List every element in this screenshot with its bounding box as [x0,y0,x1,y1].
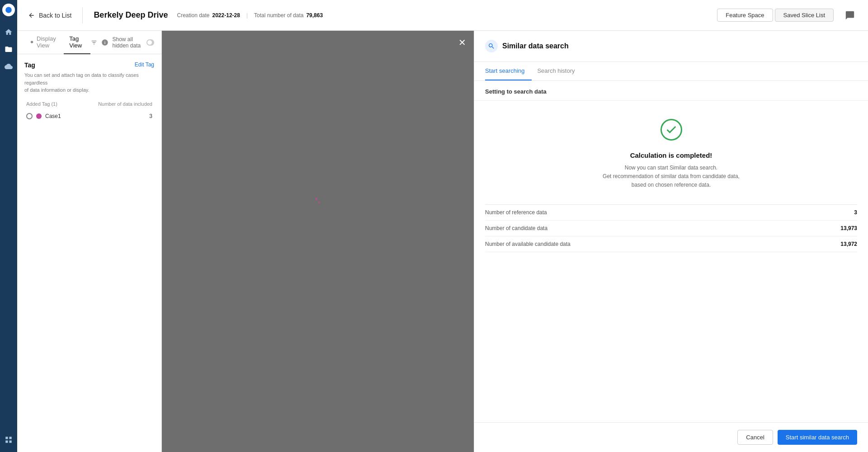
check-circle [660,119,682,141]
search-panel-header: Similar data search [474,31,868,62]
search-panel-title: Similar data search [502,42,569,50]
stats-row-candidate: Number of candidate data 13,973 [485,221,857,236]
panel-footer: Cancel Start similar data search [474,422,868,452]
header-divider [82,7,83,24]
tag-row: Case1 3 [24,110,154,122]
tag-color [36,113,42,119]
folder-icon[interactable] [4,44,14,54]
tab-bar: Display View Tag View Show all hidden da… [17,31,161,54]
calc-completed-title: Calculation is completed! [630,151,712,159]
toggle-knob [147,40,152,45]
stats-row-available: Number of available candidate data 13,97… [485,236,857,252]
total-value: 79,863 [306,12,323,19]
tag-content: Tag Edit Tag You can set and attach tag … [17,54,161,129]
tag-view-label: Tag View [69,35,85,49]
setting-tab-label: Setting to search data [474,81,868,101]
tag-header: Tag Edit Tag [24,61,154,69]
display-view-tab[interactable]: Display View [24,31,64,54]
tag-radio[interactable] [26,113,33,119]
header-meta: Creation date 2022-12-28 | Total number … [177,12,323,19]
tag-view-tab[interactable]: Tag View [64,31,90,54]
cancel-button[interactable]: Cancel [737,430,773,445]
tab-bar-actions: Show all hidden data [90,36,154,49]
show-hidden-label: Show all hidden data [112,36,143,49]
tag-title: Tag [24,61,35,69]
tag-name: Case1 [45,113,146,119]
toggle-switch[interactable] [146,39,154,46]
close-button[interactable]: ✕ [456,36,468,49]
tag-table-header: Added Tag (1) Number of data included [24,101,154,107]
back-to-list-button[interactable]: Back to List [28,12,71,19]
home-icon[interactable] [4,27,14,37]
top-header: Back to List Berkely Deep Drive Creation… [17,0,868,31]
grid-icon[interactable] [4,435,14,445]
search-history-tab[interactable]: Search history [537,62,582,80]
total-label: Total number of data [254,12,303,19]
feature-space-tab[interactable]: Feature Space [717,9,773,22]
start-searching-tab[interactable]: Start searching [485,62,532,80]
panel-nav: Start searching Search history [474,62,868,81]
right-panel: Similar data search Start searching Sear… [474,31,868,452]
show-hidden-toggle: Show all hidden data [112,36,154,49]
header-actions: Feature Space Saved Slice List [717,8,857,23]
map-dot [316,198,317,200]
left-panel: Display View Tag View Show all hidden da… [17,31,474,452]
panel-content: Calculation is completed! Now you can st… [474,101,868,422]
number-of-data-label: Number of data included [98,101,152,107]
stats-label-available: Number of available candidate data [485,241,571,247]
main-content: Display View Tag View Show all hidden da… [17,31,868,452]
filter-icon[interactable] [90,37,98,48]
sidebar-logo[interactable] [2,4,15,16]
header-title: Berkely Deep Drive [94,10,168,20]
stats-row-reference: Number of reference data 3 [485,205,857,221]
added-tag-label: Added Tag (1) [26,101,57,107]
start-similar-search-button[interactable]: Start similar data search [778,430,857,445]
stats-table: Number of reference data 3 Number of can… [485,204,857,252]
saved-slice-list-tab[interactable]: Saved Slice List [775,9,834,22]
search-icon-circle [485,40,498,52]
svg-point-0 [5,7,12,13]
stats-value-available: 13,972 [840,241,857,247]
edit-tag-link[interactable]: Edit Tag [135,61,154,68]
tag-panel: Display View Tag View Show all hidden da… [17,31,162,452]
creation-date-value: 2022-12-28 [212,12,240,19]
stats-label-candidate: Number of candidate data [485,225,547,231]
info-icon[interactable] [101,37,108,48]
stats-value-reference: 3 [854,209,857,216]
back-label: Back to List [39,12,71,19]
calc-desc: Now you can start Similar data search. G… [603,164,740,190]
map-dot [318,202,320,203]
display-view-label: Display View [37,35,58,49]
tag-description: You can set and attach tag on data to cl… [24,71,154,94]
stats-label-reference: Number of reference data [485,209,547,216]
stats-value-candidate: 13,973 [840,225,857,231]
tag-count: 3 [149,113,152,119]
cloud-icon[interactable] [4,61,14,71]
creation-date-label: Creation date [177,12,209,19]
chat-icon[interactable] [843,8,857,23]
sidebar [0,0,17,452]
